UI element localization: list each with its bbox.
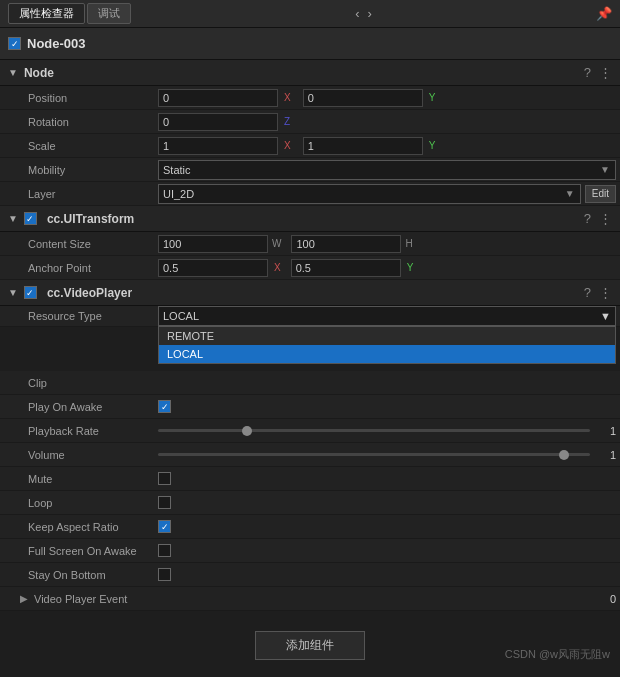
top-bar-left: 属性检查器 调试 bbox=[8, 3, 131, 24]
anchor-y-input[interactable] bbox=[291, 259, 401, 277]
video-player-menu-icon[interactable]: ⋮ bbox=[599, 285, 612, 300]
video-player-section-header[interactable]: ▼ cc.VideoPlayer ? ⋮ bbox=[0, 280, 620, 306]
position-label: Position bbox=[28, 92, 158, 104]
tab-debug[interactable]: 调试 bbox=[87, 3, 131, 24]
volume-value: 1 bbox=[158, 449, 616, 461]
full-screen-on-awake-row: Full Screen On Awake bbox=[0, 539, 620, 563]
anchor-x-input[interactable] bbox=[158, 259, 268, 277]
watermark: CSDN @w风雨无阻w bbox=[505, 647, 610, 662]
mobility-row: Mobility Static ▼ bbox=[0, 158, 620, 182]
scale-label: Scale bbox=[28, 140, 158, 152]
anchor-y-label: Y bbox=[407, 262, 414, 273]
keep-aspect-ratio-label: Keep Aspect Ratio bbox=[28, 521, 158, 533]
anchor-point-row: Anchor Point X Y bbox=[0, 256, 620, 280]
playback-rate-value: 1 bbox=[158, 425, 616, 437]
mute-checkbox[interactable] bbox=[158, 472, 171, 485]
volume-slider[interactable] bbox=[158, 453, 590, 456]
rotation-z-input[interactable] bbox=[158, 113, 278, 131]
anchor-point-label: Anchor Point bbox=[28, 262, 158, 274]
playback-rate-label: Playback Rate bbox=[28, 425, 158, 437]
mobility-value: Static ▼ bbox=[158, 160, 616, 180]
rotation-row: Rotation Z bbox=[0, 110, 620, 134]
video-player-event-label: Video Player Event bbox=[34, 593, 164, 605]
ui-transform-section-title: cc.UITransform bbox=[47, 212, 578, 226]
anchor-point-value: X Y bbox=[158, 259, 616, 277]
nav-back[interactable]: ‹ bbox=[352, 6, 362, 21]
keep-aspect-ratio-row: Keep Aspect Ratio bbox=[0, 515, 620, 539]
video-player-section-icons: ? ⋮ bbox=[584, 285, 612, 300]
content-size-h-input[interactable] bbox=[291, 235, 401, 253]
scale-value: X Y bbox=[158, 137, 616, 155]
resource-type-selected: LOCAL bbox=[163, 310, 199, 322]
layer-dropdown[interactable]: UI_2D bbox=[158, 184, 581, 204]
layer-row: Layer UI_2D ▼ Edit bbox=[0, 182, 620, 206]
stay-on-bottom-label: Stay On Bottom bbox=[28, 569, 158, 581]
pin-icon[interactable]: 📌 bbox=[596, 6, 612, 21]
full-screen-on-awake-value bbox=[158, 544, 616, 557]
loop-value bbox=[158, 496, 616, 509]
volume-row: Volume 1 bbox=[0, 443, 620, 467]
vpe-chevron-icon: ▶ bbox=[20, 593, 28, 604]
playback-rate-slider[interactable] bbox=[158, 429, 590, 432]
mobility-dropdown[interactable]: Static bbox=[158, 160, 616, 180]
layer-label: Layer bbox=[28, 188, 158, 200]
node-section-icons: ? ⋮ bbox=[584, 65, 612, 80]
node-section-title: Node bbox=[24, 66, 578, 80]
resource-type-row: Resource Type LOCAL ▼ REMOTE LOCAL bbox=[0, 306, 620, 327]
stay-on-bottom-checkbox[interactable] bbox=[158, 568, 171, 581]
mute-row: Mute bbox=[0, 467, 620, 491]
scale-x-input[interactable] bbox=[158, 137, 278, 155]
node-enabled-checkbox[interactable] bbox=[8, 37, 21, 50]
ui-transform-section-header[interactable]: ▼ cc.UITransform ? ⋮ bbox=[0, 206, 620, 232]
add-component-button[interactable]: 添加组件 bbox=[255, 631, 365, 660]
resource-type-option-remote[interactable]: REMOTE bbox=[159, 327, 615, 345]
volume-value-label: 1 bbox=[596, 449, 616, 461]
playback-rate-value-label: 1 bbox=[596, 425, 616, 437]
content-size-w-input[interactable] bbox=[158, 235, 268, 253]
ui-transform-help-icon[interactable]: ? bbox=[584, 211, 591, 226]
resource-type-option-local[interactable]: LOCAL bbox=[159, 345, 615, 363]
loop-label: Loop bbox=[28, 497, 158, 509]
tab-properties[interactable]: 属性检查器 bbox=[8, 3, 85, 24]
play-on-awake-checkbox[interactable] bbox=[158, 400, 171, 413]
keep-aspect-ratio-checkbox[interactable] bbox=[158, 520, 171, 533]
loop-checkbox[interactable] bbox=[158, 496, 171, 509]
scale-row: Scale X Y bbox=[0, 134, 620, 158]
playback-rate-slider-row: 1 bbox=[158, 425, 616, 437]
ui-transform-menu-icon[interactable]: ⋮ bbox=[599, 211, 612, 226]
layer-dropdown-wrapper: UI_2D ▼ bbox=[158, 184, 581, 204]
node-menu-icon[interactable]: ⋮ bbox=[599, 65, 612, 80]
ui-transform-enabled-cb[interactable] bbox=[24, 212, 37, 225]
ui-transform-chevron-icon: ▼ bbox=[8, 213, 18, 224]
node-help-icon[interactable]: ? bbox=[584, 65, 591, 80]
layer-value: UI_2D ▼ Edit bbox=[158, 184, 616, 204]
keep-aspect-ratio-value bbox=[158, 520, 616, 533]
content-size-row: Content Size W H bbox=[0, 232, 620, 256]
rotation-value: Z bbox=[158, 113, 616, 131]
scale-x-label: X bbox=[284, 140, 291, 151]
playback-rate-row: Playback Rate 1 bbox=[0, 419, 620, 443]
z-axis-label: Z bbox=[284, 116, 290, 127]
scale-y-input[interactable] bbox=[303, 137, 423, 155]
video-player-chevron-icon: ▼ bbox=[8, 287, 18, 298]
position-x-input[interactable] bbox=[158, 89, 278, 107]
volume-label: Volume bbox=[28, 449, 158, 461]
resource-type-dropdown[interactable]: LOCAL ▼ bbox=[158, 306, 616, 326]
position-row: Position X Y bbox=[0, 86, 620, 110]
nav-forward[interactable]: › bbox=[365, 6, 375, 21]
full-screen-on-awake-checkbox[interactable] bbox=[158, 544, 171, 557]
resource-type-dropdown-wrapper: LOCAL ▼ REMOTE LOCAL bbox=[158, 306, 616, 326]
layer-edit-button[interactable]: Edit bbox=[585, 185, 616, 203]
stay-on-bottom-value bbox=[158, 568, 616, 581]
play-on-awake-value bbox=[158, 400, 616, 413]
video-player-enabled-cb[interactable] bbox=[24, 286, 37, 299]
video-player-help-icon[interactable]: ? bbox=[584, 285, 591, 300]
node-section-header[interactable]: ▼ Node ? ⋮ bbox=[0, 60, 620, 86]
mobility-dropdown-wrapper: Static ▼ bbox=[158, 160, 616, 180]
clip-row: Clip bbox=[0, 371, 620, 395]
video-player-section-title: cc.VideoPlayer bbox=[47, 286, 578, 300]
x-axis-label: X bbox=[284, 92, 291, 103]
position-y-input[interactable] bbox=[303, 89, 423, 107]
nav-arrows: ‹ › bbox=[352, 6, 375, 21]
node-enabled-cb[interactable] bbox=[8, 37, 21, 50]
